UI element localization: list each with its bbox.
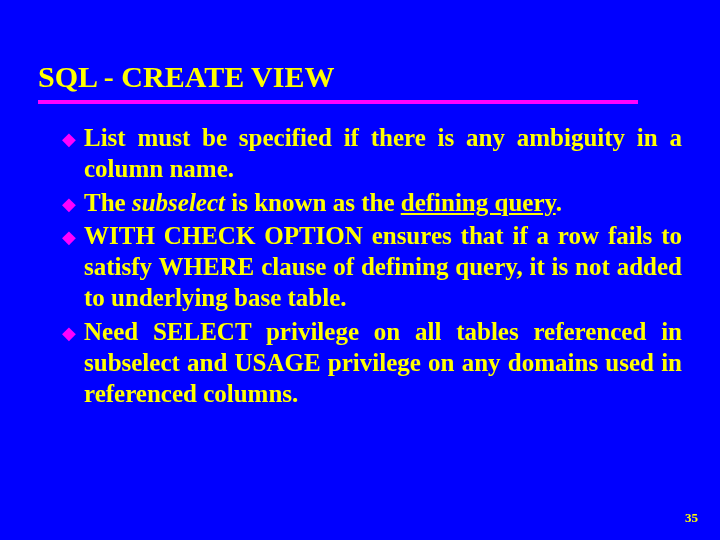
bullet-text: List must be specified if there is any a… <box>84 122 682 185</box>
text-italic: subselect <box>132 189 225 216</box>
slide: SQL - CREATE VIEW ◆ List must be specifi… <box>0 0 720 409</box>
text-segment: Need SELECT privilege on all tables refe… <box>84 318 682 408</box>
page-number: 35 <box>685 510 698 526</box>
text-segment: WITH CHECK OPTION ensures that if a row … <box>84 222 682 312</box>
bullet-text: WITH CHECK OPTION ensures that if a row … <box>84 220 682 314</box>
list-item: ◆ List must be specified if there is any… <box>62 122 682 185</box>
bullet-list: ◆ List must be specified if there is any… <box>38 122 682 409</box>
title-underline <box>38 100 638 104</box>
slide-title: SQL - CREATE VIEW <box>38 60 682 94</box>
bullet-text: Need SELECT privilege on all tables refe… <box>84 316 682 410</box>
text-segment: . <box>556 189 562 216</box>
list-item: ◆ WITH CHECK OPTION ensures that if a ro… <box>62 220 682 314</box>
bullet-text: The subselect is known as the defining q… <box>84 187 682 218</box>
text-underline: defining query <box>401 189 556 216</box>
text-segment: is known as the <box>225 189 401 216</box>
diamond-bullet-icon: ◆ <box>62 322 76 344</box>
list-item: ◆ Need SELECT privilege on all tables re… <box>62 316 682 410</box>
text-segment: List must be specified if there is any a… <box>84 124 682 182</box>
text-segment: The <box>84 189 132 216</box>
diamond-bullet-icon: ◆ <box>62 226 76 248</box>
diamond-bullet-icon: ◆ <box>62 128 76 150</box>
list-item: ◆ The subselect is known as the defining… <box>62 187 682 218</box>
diamond-bullet-icon: ◆ <box>62 193 76 215</box>
